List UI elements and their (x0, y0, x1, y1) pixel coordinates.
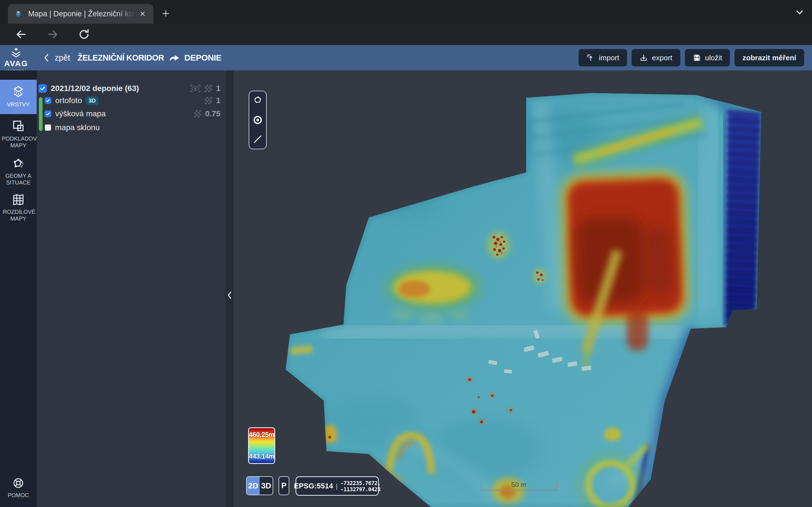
tab-close-icon[interactable] (138, 9, 148, 19)
layer-label[interactable]: mapa sklonu (55, 123, 100, 132)
opacity-icon[interactable] (205, 97, 212, 104)
logo-name: AVAG (4, 59, 28, 68)
layer-row-ortofoto: ortofoto 3D 1 (37, 96, 225, 106)
show-measurements-button[interactable]: zobrazit měření (734, 49, 804, 66)
basemaps-icon (11, 119, 26, 133)
new-tab-button[interactable] (160, 7, 172, 20)
view-mode-toggle: 2D 3D (246, 476, 273, 495)
save-button[interactable]: uložit (685, 49, 730, 66)
diff-maps-icon (11, 193, 26, 206)
help-lifebuoy-icon (12, 476, 25, 490)
sidebar-item-label: POMOC (0, 492, 37, 499)
opacity-value[interactable]: 1 (216, 96, 220, 105)
measure-tool-palette (249, 91, 267, 149)
layer-checkbox[interactable] (45, 97, 51, 104)
view-3d-button[interactable]: 3D (260, 477, 273, 495)
status-separator: | (336, 482, 338, 490)
layer-3d-badge: 3D (86, 96, 98, 105)
opacity-icon[interactable] (194, 110, 201, 117)
import-icon (587, 54, 595, 62)
save-icon (693, 54, 701, 62)
opacity-value[interactable]: 0.75 (205, 109, 221, 118)
sidebar-item-geomy-a-situace[interactable]: GEOMY A SITUACE (0, 154, 37, 190)
breadcrumb-arrow-icon (168, 54, 180, 62)
app-header: AVAG SURVEY DATA zpět ŽELEZNIČNÍ KORIDOR… (0, 45, 812, 70)
opacity-value[interactable]: 1 (216, 84, 220, 93)
polygon-tool[interactable] (252, 95, 264, 107)
sidebar-item-label: GEOMY A SITUACE (0, 172, 37, 186)
breadcrumb: ŽELEZNIČNÍ KORIDOR DEPONIE (78, 45, 221, 70)
sidebar-item-label: VRSTVY (0, 101, 37, 108)
reload-icon[interactable] (78, 28, 90, 41)
layer-group-checkbox[interactable] (38, 84, 47, 93)
layer-checkbox-unchecked[interactable] (45, 124, 51, 131)
avag-favicon (13, 9, 23, 18)
browser-toolbar: https://app.avag.cz/objects/detail/25/ma… (0, 24, 812, 45)
cursor-coordinates: -732235.7672, -1132797.0423 (340, 480, 380, 492)
app-window: Mapa | Deponie | Železniční kor https://… (0, 0, 812, 507)
profile-button[interactable]: P (278, 476, 289, 495)
visibility-focus-icon[interactable] (190, 84, 201, 93)
geometry-icon (11, 157, 26, 170)
coordinate-status-box[interactable]: EPSG:5514 | -732235.7672, -1132797.0423 (296, 476, 379, 496)
back-icon[interactable] (15, 28, 27, 41)
map-scalebar: 50 m (481, 482, 557, 491)
scalebar-label: 50 m (481, 481, 556, 489)
legend-max-value: 460.25m (249, 431, 274, 439)
browser-tab[interactable]: Mapa | Deponie | Železniční kor (8, 4, 153, 24)
import-button[interactable]: import (578, 49, 627, 66)
epsg-code: EPSG:5514 (294, 482, 333, 490)
layer-group-label[interactable]: 2021/12/02 deponie (63) (51, 84, 139, 93)
panel-collapse-icon[interactable] (225, 289, 234, 301)
map-canvas[interactable]: 460.25m 443.14m 2D 3D P EPSG:5514 | -732… (234, 70, 812, 507)
back-link[interactable]: zpět (43, 45, 70, 70)
export-button[interactable]: export (631, 49, 680, 66)
sidebar-item-rozdilove-mapy[interactable]: ROZDÍLOVÉ MAPY (0, 190, 37, 226)
point-tool[interactable] (252, 114, 264, 126)
browser-tabstrip: Mapa | Deponie | Železniční kor (0, 0, 812, 24)
layers-icon (11, 85, 26, 99)
layer-row-vyskova-mapa: výšková mapa 0.75 (37, 109, 225, 119)
sidebar-item-podkladove-mapy[interactable]: PODKLADOVÉ MAPY (0, 115, 37, 152)
layer-label[interactable]: ortofoto (55, 96, 82, 105)
sidebar-item-vrstvy[interactable]: VRSTVY (0, 80, 37, 114)
tab-search-chevron-icon[interactable] (795, 9, 805, 16)
view-2d-button[interactable]: 2D (247, 477, 260, 495)
layer-label[interactable]: výšková mapa (55, 109, 106, 118)
sidebar-item-label: PODKLADOVÉ MAPY (0, 135, 37, 149)
back-label: zpět (55, 53, 70, 62)
tab-title: Mapa | Deponie | Železniční kor (28, 10, 135, 18)
forward-icon[interactable] (47, 28, 59, 41)
breadcrumb-parent[interactable]: ŽELEZNIČNÍ KORIDOR (78, 53, 164, 62)
sidebar-item-pomoc[interactable]: POMOC (0, 475, 37, 504)
breadcrumb-current: DEPONIE (185, 53, 221, 62)
layer-group-row: 2021/12/02 deponie (63) 1 (37, 83, 225, 94)
opacity-icon[interactable] (205, 85, 212, 92)
legend-min-value: 443.14m (249, 453, 274, 460)
layer-checkbox[interactable] (45, 110, 51, 117)
elevation-heatmap (234, 70, 812, 507)
sidebar-nav: VRSTVY PODKLADOVÉ MAPY GEOMY A SITUACE (0, 70, 37, 507)
panel-collapse-strip (225, 70, 234, 507)
line-tool[interactable] (252, 133, 264, 145)
layers-panel: 2021/12/02 deponie (63) 1 ortofoto 3D (37, 70, 225, 507)
layer-row-mapa-sklonu: mapa sklonu (37, 122, 225, 133)
elevation-legend: 460.25m 443.14m (248, 427, 275, 464)
sidebar-item-label: ROZDÍLOVÉ MAPY (0, 209, 37, 222)
export-icon (640, 54, 648, 62)
